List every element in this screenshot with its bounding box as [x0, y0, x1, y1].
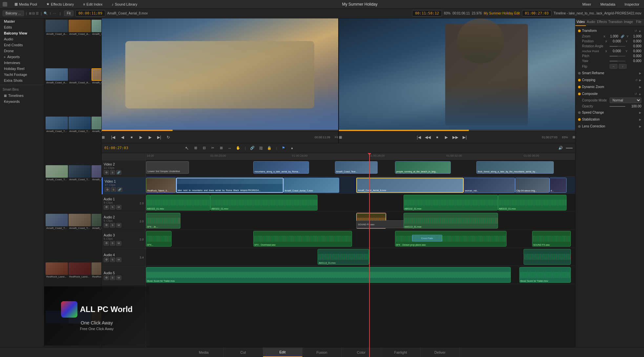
smart-reframe-header[interactable]: Smart Reframe ▶	[575, 70, 644, 76]
right-go-start[interactable]: |◀	[415, 134, 422, 141]
transform-header[interactable]: Transform ↺ ▲	[575, 28, 644, 34]
dynamic-zoom-header[interactable]: Dynamic Zoom ▶	[575, 84, 644, 90]
right-step-fwd[interactable]: ▶▶	[452, 134, 459, 141]
v2-mute[interactable]: S	[110, 170, 115, 175]
right-preview-progress[interactable]	[339, 130, 575, 131]
edit-index-tab[interactable]: ≡ Edit Index	[81, 2, 104, 7]
a4-mute[interactable]: S	[110, 257, 115, 262]
a2-mute[interactable]: S	[110, 223, 115, 228]
a5-clip-music-tail[interactable]: Music Score for Trailer.mov	[519, 267, 571, 283]
stabilization-expand[interactable]: ▶	[639, 118, 641, 121]
select-tool[interactable]: ↖	[184, 145, 190, 151]
a3-clip-sound-fx-2[interactable]: SOUND FX.wav	[532, 231, 571, 247]
sort-btn[interactable]: ↕	[50, 11, 51, 15]
marker-btn[interactable]: ♦	[289, 145, 295, 151]
v2-link[interactable]: 🔗	[116, 170, 121, 175]
media-pool-tab[interactable]: ▦ Media Pool	[12, 1, 39, 7]
inspector-tab-transition[interactable]: Transition	[608, 18, 623, 26]
smart-reframe-expand[interactable]: ▶	[639, 72, 641, 75]
v1-clip-lake[interactable]: lake_next_to_mountains_and_trees_aerial_…	[176, 178, 283, 193]
sidebar-item-airports[interactable]: ▶ Airports	[0, 54, 44, 60]
v1-clip-amalfi8[interactable]: Amalfi_Coast_Aerial_8.mov	[356, 178, 464, 193]
media-item-1[interactable]: Amalfi_Coast_A...	[46, 20, 68, 68]
sidebar-item-edits[interactable]: Edits	[0, 24, 44, 30]
a1-solo[interactable]: M	[116, 205, 121, 210]
cropping-header[interactable]: Cropping ↺ ▶	[575, 77, 644, 83]
media-item-14[interactable]: Amalfi_Coast_T...	[69, 214, 91, 262]
v2-settings[interactable]: ⚙	[104, 170, 109, 175]
a1-settings[interactable]: ⚙	[104, 205, 109, 210]
media-item-13[interactable]: Amalfi_Coast_T...	[46, 214, 68, 262]
rotation-slider[interactable]	[610, 46, 625, 47]
trim-tool[interactable]: ⊞	[192, 145, 199, 151]
left-preview-progress[interactable]	[102, 130, 338, 131]
left-go-start[interactable]: |◀	[110, 134, 116, 141]
v1-clip-amalfi7[interactable]: Amalfi_Coast_Aerial_7.mov	[283, 178, 339, 193]
speed-change-expand[interactable]: ▶	[639, 111, 641, 114]
left-step-back[interactable]: ◀	[119, 134, 126, 141]
a1-clip-4[interactable]: AB0102_01.mov	[498, 195, 567, 211]
v2-clip-people[interactable]: people_running_at_the_beach_in_brig...	[395, 161, 451, 174]
a2-clip-sfx-je[interactable]: SFX - Je...	[146, 213, 180, 229]
media-item-3[interactable]: Amalfi_Coast_A...	[92, 20, 101, 68]
effects-library-tab[interactable]: ★ Effects Library	[44, 1, 76, 7]
media-item-4[interactable]: Amalfi_Coast_A...	[46, 68, 68, 116]
nav-fairlight[interactable]: Fairlight	[381, 347, 421, 357]
inspector-tab-image[interactable]: Image	[623, 18, 634, 26]
v1-clip-04[interactable]: Clip-04-wexor-img...	[515, 178, 550, 193]
nav-edit[interactable]: Edit	[263, 347, 302, 357]
nav-cut[interactable]: Cut	[224, 347, 263, 357]
media-item-16[interactable]: RedRock_Land...	[46, 262, 68, 310]
nav-deliver[interactable]: Deliver	[421, 347, 460, 357]
transform-expand[interactable]: ▲	[638, 29, 641, 33]
opacity-slider[interactable]	[610, 106, 625, 107]
inspector-tab-file[interactable]: File	[634, 18, 644, 26]
a4-clip-aa0113[interactable]: AA0113_01.mov	[318, 249, 369, 265]
link-btn[interactable]: ⛓	[258, 145, 264, 151]
a4-clip-music-score[interactable]	[524, 249, 571, 265]
a3-settings[interactable]: ⚙	[104, 241, 109, 246]
inspector-tab-video[interactable]: Video	[575, 18, 586, 26]
a5-clip-music-trailer[interactable]: Music Score for Trailer.mov	[146, 267, 511, 283]
speed-change-header[interactable]: Speed Change ▶	[575, 109, 644, 116]
right-go-end[interactable]: ▶|	[461, 134, 468, 141]
sidebar-item-extra[interactable]: Extra Shots	[0, 78, 44, 83]
a3-mute[interactable]: S	[110, 241, 115, 246]
audio-level[interactable]: 🔊	[557, 145, 564, 151]
sidebar-item-holiday-reel[interactable]: Holiday Reel	[0, 66, 44, 72]
sidebar-item-drone[interactable]: Drone	[0, 48, 44, 54]
a3-clip-sfx-distant[interactable]: SFX - Distant prop plane.wav	[395, 231, 507, 247]
a4-settings[interactable]: ⚙	[104, 257, 109, 262]
media-item-18[interactable]: RedRock_Land...	[92, 262, 101, 310]
inspector-tab-audio[interactable]: Audio	[586, 18, 596, 26]
a2-settings[interactable]: ⚙	[104, 223, 109, 228]
left-go-end[interactable]: ▶|	[156, 134, 162, 141]
media-item-8[interactable]: Amalfi_Coast_T...	[69, 117, 91, 165]
media-item-5[interactable]: Amalfi_Coast_A...	[69, 68, 91, 116]
v2-clip-title[interactable]: Lower 3rd Simple Underline	[146, 161, 189, 174]
v2-clip-mountains[interactable]: mountains_along_a_lake_aerial_by_Roma...	[253, 161, 309, 174]
a1-clip-2[interactable]: AB0102_01.mov	[210, 195, 318, 211]
a5-mute[interactable]: S	[110, 276, 115, 280]
pitch-slider[interactable]	[610, 56, 625, 56]
view-options[interactable]: ⊞ ⊟ ☰	[29, 11, 39, 15]
v2-clip-amalfi-tere[interactable]: Amalfi_Coast_Tere...	[335, 161, 378, 174]
nav-fusion[interactable]: Fusion	[302, 347, 342, 357]
media-item-17[interactable]: RedRock_Land...	[69, 262, 91, 310]
right-stop[interactable]: ■	[434, 134, 440, 141]
sidebar-item-master[interactable]: Master	[0, 18, 44, 24]
composite-header[interactable]: Composite ↺ ▲	[575, 91, 644, 97]
media-item-2[interactable]: Amalfi_Coast_A...	[69, 20, 91, 68]
a3-clip-sfx-1[interactable]: SFX...	[146, 231, 172, 247]
a3-solo[interactable]: M	[116, 241, 121, 246]
composite-reset[interactable]: ↺	[634, 92, 637, 96]
nav-color[interactable]: Color	[342, 347, 381, 357]
v1-settings[interactable]: ⚙	[105, 187, 110, 192]
media-item-6[interactable]: Amalfi_Coast_A...	[92, 68, 101, 116]
composite-mode-select[interactable]: Normal Screen Multiply Overlay	[610, 98, 641, 103]
v1-clip-woman[interactable]: woman_ridi...	[464, 178, 515, 193]
stabilization-header[interactable]: Stabilization ▶	[575, 116, 644, 123]
snap-btn[interactable]: 🔗	[249, 145, 256, 151]
sidebar-item-end-credits[interactable]: End Credits	[0, 42, 44, 48]
media-item-7[interactable]: Amalfi_Coast_T...	[46, 117, 68, 165]
